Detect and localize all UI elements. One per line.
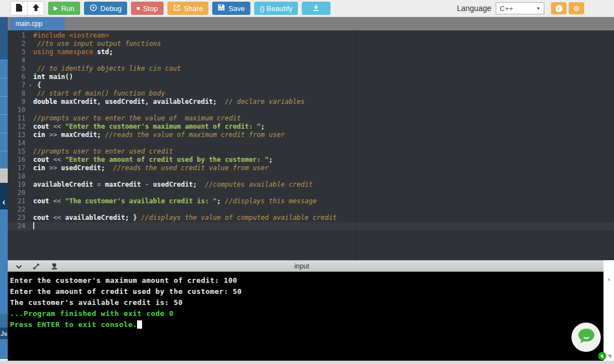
save-button[interactable]: Save	[212, 2, 250, 15]
rail-segment[interactable]	[0, 60, 8, 78]
resize-corner-icon[interactable]	[607, 355, 611, 358]
line-number: 7▾	[8, 81, 33, 89]
line-number: 12	[8, 123, 33, 131]
code-text: int main()	[33, 73, 73, 81]
scroll-up-icon[interactable]: ▲	[603, 277, 614, 282]
chevron-down-icon: ▼	[536, 6, 540, 11]
code-line[interactable]: 13cin >> maxCredit; //reads the value of…	[8, 131, 614, 139]
collapse-console-button[interactable]	[14, 262, 23, 271]
line-number: 2	[8, 40, 33, 48]
toolbar-right: Language C++ ▼ i ⚙	[457, 2, 584, 14]
debug-button[interactable]: Debug	[84, 2, 127, 15]
upload-button[interactable]	[27, 2, 44, 15]
file-button-group	[10, 1, 44, 15]
code-line[interactable]: 20	[8, 189, 614, 197]
code-line[interactable]: 11//prompts user to enter the value of m…	[8, 114, 614, 123]
bottom-strip	[0, 361, 614, 364]
new-file-button[interactable]	[11, 2, 27, 15]
line-number: 17	[8, 164, 33, 172]
run-button[interactable]: ▶ Run	[48, 2, 80, 15]
code-line[interactable]: 24	[8, 222, 614, 230]
code-editor[interactable]: 1#include <iostream>2 //to use input out…	[8, 30, 614, 260]
code-line[interactable]: 17cin >> usedCredit; //reads the used cr…	[8, 164, 614, 172]
chat-widget-button[interactable]	[571, 323, 601, 352]
line-number: 10	[8, 106, 33, 114]
rail-segment[interactable]	[0, 133, 8, 151]
code-text: //to use input output functions	[33, 40, 161, 48]
language-select[interactable]: C++ ▼	[496, 2, 544, 14]
code-line[interactable]: 12cout << "Enter the customer's maximum …	[8, 123, 614, 131]
share-label: Share	[184, 4, 203, 13]
code-lines: 1#include <iostream>2 //to use input out…	[8, 31, 614, 230]
code-text: {	[33, 81, 41, 89]
console-line: The customer's available credit is: 50	[10, 297, 603, 308]
code-line[interactable]: 22	[8, 205, 614, 214]
line-number: 16	[8, 156, 33, 164]
line-number: 9	[8, 98, 33, 106]
line-number: 11	[8, 114, 33, 123]
detach-console-button[interactable]	[49, 262, 59, 271]
promo-badge-icon[interactable]: ↯	[598, 352, 606, 360]
code-line[interactable]: 8 // start of main() function body	[8, 89, 614, 98]
code-line[interactable]: 16cout << "Enter the amount of credit us…	[8, 156, 614, 164]
code-line[interactable]: 6int main()	[8, 73, 614, 81]
code-line[interactable]: 15//prompts user to enter used credit	[8, 147, 614, 156]
download-icon	[312, 4, 320, 13]
download-button[interactable]	[302, 2, 330, 15]
language-value: C++	[500, 4, 513, 13]
code-line[interactable]: 14	[8, 139, 614, 147]
rail-segment[interactable]	[0, 151, 8, 168]
ide-window: ▶ Run Debug ■ Stop Share Save {} B	[0, 0, 614, 364]
toolbar: ▶ Run Debug ■ Stop Share Save {} B	[0, 0, 614, 17]
save-label: Save	[228, 4, 245, 13]
console-line: Press ENTER to exit console.	[10, 319, 603, 330]
code-line[interactable]: 1#include <iostream>	[8, 31, 614, 40]
console-output[interactable]: Enter the customer's maximum amount of c…	[8, 272, 603, 361]
code-line[interactable]: 9double maxCredit, usedCredit, available…	[8, 98, 614, 106]
stop-button[interactable]: ■ Stop	[131, 2, 164, 15]
collapse-panel-button[interactable]: ‹	[0, 195, 8, 209]
js-badge[interactable]: Js	[0, 328, 8, 339]
share-button[interactable]: Share	[167, 2, 209, 15]
fold-marker-icon[interactable]: ▾	[29, 81, 32, 89]
code-line[interactable]: 19availableCredit = maxCredit - usedCred…	[8, 181, 614, 189]
rail-segment[interactable]	[0, 96, 8, 114]
code-line[interactable]: 21cout << "The customer's available cred…	[8, 197, 614, 205]
line-number: 6	[8, 73, 33, 81]
chat-bubble-icon	[577, 328, 596, 347]
rail-segment	[0, 339, 8, 359]
line-number: 1	[8, 31, 33, 40]
code-text: cout << "Enter the amount of credit used…	[33, 156, 273, 164]
tab-main-cpp[interactable]: main.cpp	[10, 17, 65, 30]
code-line[interactable]: 5 // to identify objects like cin cout	[8, 65, 614, 73]
code-text: double maxCredit, usedCredit, availableC…	[33, 98, 305, 106]
code-line[interactable]: 3using namespace std;	[8, 48, 614, 56]
debug-icon	[90, 4, 97, 13]
code-line[interactable]: 2 //to use input output functions	[8, 40, 614, 48]
line-number: 8	[8, 89, 33, 98]
code-line[interactable]: 7▾ {	[8, 81, 614, 89]
rail-segment[interactable]	[0, 114, 8, 133]
js-badge-label: Js	[1, 330, 7, 337]
gear-icon: ⚙	[573, 4, 580, 13]
rail-segment[interactable]	[0, 78, 8, 96]
language-label: Language	[457, 4, 491, 13]
console-lines: Enter the customer's maximum amount of c…	[10, 275, 603, 330]
settings-button[interactable]: ⚙	[569, 2, 584, 14]
info-button[interactable]: i	[551, 2, 566, 14]
info-icon: i	[555, 5, 563, 12]
vertical-scrollbar[interactable]: ▲	[603, 260, 614, 361]
code-line[interactable]: 23cout << availableCredit; } //displays …	[8, 214, 614, 222]
code-text: //prompts user to enter the value of max…	[33, 114, 241, 123]
line-number: 19	[8, 181, 33, 189]
beautify-button[interactable]: {} Beautify	[254, 2, 298, 15]
line-number: 21	[8, 197, 33, 205]
code-text: // start of main() function body	[33, 89, 165, 98]
code-line[interactable]: 4	[8, 56, 614, 65]
expand-console-button[interactable]	[32, 262, 41, 271]
new-file-icon	[15, 4, 23, 13]
code-line[interactable]: 10	[8, 106, 614, 114]
debug-label: Debug	[101, 4, 122, 13]
code-text: // to identify objects like cin cout	[33, 65, 181, 73]
code-line[interactable]: 18	[8, 172, 614, 181]
